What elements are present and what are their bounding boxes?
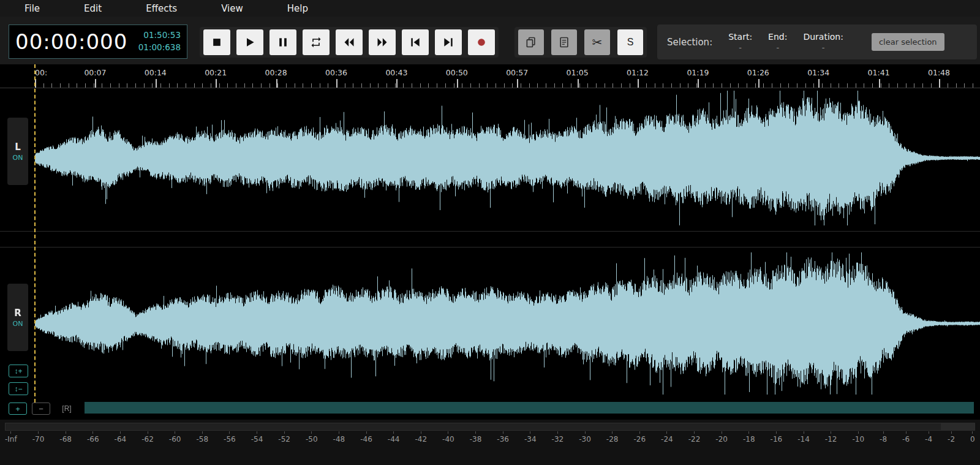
channel-right-label: R — [14, 308, 21, 319]
secondary-time: 01:00:638 — [138, 42, 181, 54]
total-time: 01:50:53 — [138, 29, 181, 42]
level-meter — [5, 423, 975, 431]
channel-right-state: ON — [13, 320, 23, 328]
skip-end-icon — [442, 36, 454, 48]
meter-label: -58 — [196, 431, 208, 444]
selection-end-value: - — [776, 43, 779, 52]
edit-controls: ✂ S — [514, 27, 647, 58]
timeline-label: 01:05 — [567, 68, 589, 77]
selection-end: End: - — [768, 32, 787, 52]
skip-start-button[interactable] — [402, 29, 429, 55]
menu-bar: File Edit Effects View Help — [0, 0, 980, 17]
waveform-canvas[interactable] — [35, 89, 980, 398]
timeline-label: 00: — [35, 68, 47, 77]
channel-left-label: L — [15, 142, 21, 153]
pause-button[interactable] — [270, 29, 296, 55]
meter-label: -44 — [388, 431, 400, 444]
record-icon — [475, 36, 488, 48]
selection-end-label: End: — [768, 32, 787, 42]
s-button[interactable]: S — [617, 29, 643, 55]
selection-duration-value: - — [822, 43, 825, 52]
pause-icon — [277, 36, 289, 48]
meter-label: -52 — [278, 431, 290, 444]
meter-label: -30 — [579, 431, 591, 444]
selection-start: Start: - — [728, 32, 752, 52]
meter-label: -10 — [852, 431, 864, 444]
menu-item-help[interactable]: Help — [287, 3, 308, 14]
meter-label: -28 — [606, 431, 619, 444]
meter-label: -14 — [797, 431, 810, 444]
waveform-area: 00:00:0700:1400:2100:2800:3600:4300:5000… — [0, 64, 980, 420]
meter-label: -64 — [115, 431, 127, 444]
rewind-button[interactable] — [336, 29, 363, 55]
play-button[interactable] — [236, 29, 263, 55]
selection-start-value: - — [739, 43, 742, 52]
meter-label: -46 — [360, 431, 372, 444]
paste-button[interactable] — [551, 29, 577, 55]
level-meter-cap — [941, 423, 974, 430]
cut-button[interactable]: ✂ — [584, 29, 610, 55]
meter-label: -26 — [633, 431, 646, 444]
timeline-label: 01:19 — [687, 68, 709, 77]
meter-label: -16 — [771, 431, 783, 444]
meter-scale: -Inf-70-68-66-64-62-60-58-56-54-52-50-48… — [5, 431, 975, 444]
channel-right-button[interactable]: R ON — [7, 284, 28, 351]
play-icon — [244, 36, 256, 48]
meter-label: -Inf — [5, 431, 17, 444]
timeline-label: 01:41 — [868, 68, 890, 77]
loop-button[interactable] — [303, 29, 330, 55]
timeline-label: 00:43 — [385, 68, 407, 77]
vertical-zoom-out-button[interactable]: ↕− — [9, 382, 28, 395]
zoom-in-button[interactable]: + — [9, 403, 27, 415]
copy-button[interactable] — [518, 29, 544, 55]
clear-selection-button[interactable]: clear selection — [872, 33, 944, 51]
paste-icon — [558, 36, 570, 48]
record-button[interactable] — [468, 29, 495, 55]
meter-label: -56 — [224, 431, 236, 444]
meter-label: -68 — [59, 431, 72, 444]
fast-forward-button[interactable] — [369, 29, 396, 55]
skip-end-button[interactable] — [435, 29, 462, 55]
menu-item-file[interactable]: File — [24, 3, 40, 14]
timeline-label: 00:57 — [506, 68, 528, 77]
timeline-label: 00:50 — [446, 68, 468, 77]
timeline-label: 00:36 — [325, 68, 347, 77]
copy-icon — [525, 36, 537, 48]
scissors-icon: ✂ — [592, 36, 603, 48]
selection-duration-label: Duration: — [803, 32, 843, 42]
transport-controls — [200, 27, 499, 58]
scrollbar-thumb[interactable] — [85, 402, 974, 414]
meter-label: -48 — [333, 431, 345, 444]
menu-item-effects[interactable]: Effects — [146, 3, 177, 14]
meter-label: -60 — [169, 431, 181, 444]
rewind-icon — [343, 36, 355, 48]
meter-label: -20 — [715, 431, 728, 444]
timeline-label: 00:28 — [265, 68, 287, 77]
timeline-label: 00:07 — [84, 68, 106, 77]
timeline-label: 01:48 — [928, 68, 950, 77]
menu-item-view[interactable]: View — [221, 3, 243, 14]
playhead — [34, 64, 36, 403]
zoom-out-button[interactable]: − — [32, 403, 50, 415]
meter-label: -22 — [688, 431, 701, 444]
selection-panel: Selection: Start: - End: - Duration: - c… — [657, 25, 977, 59]
meter-label: -8 — [880, 431, 887, 444]
toolbar: 00:00:000 01:50:53 01:00:638 — [0, 17, 980, 64]
range-button[interactable]: [R] — [56, 403, 77, 415]
menu-item-edit[interactable]: Edit — [84, 3, 102, 14]
meter-label: -62 — [141, 431, 154, 444]
channel-left-button[interactable]: L ON — [7, 118, 28, 185]
meter-label: -54 — [251, 431, 263, 444]
meter-label: -18 — [743, 431, 755, 444]
current-time: 00:00:000 — [15, 29, 127, 54]
meter-label: 0 — [970, 431, 975, 444]
vertical-zoom-in-button[interactable]: ↕+ — [9, 365, 28, 377]
selection-duration: Duration: - — [803, 32, 843, 52]
time-secondary-group: 01:50:53 01:00:638 — [138, 29, 181, 53]
stop-button[interactable] — [203, 29, 230, 55]
channel-left-state: ON — [13, 154, 23, 162]
meter-label: -66 — [87, 431, 99, 444]
waveform-scrollbar[interactable] — [85, 402, 974, 414]
timeline-label: 01:34 — [807, 68, 829, 77]
meter-label: -34 — [524, 431, 537, 444]
